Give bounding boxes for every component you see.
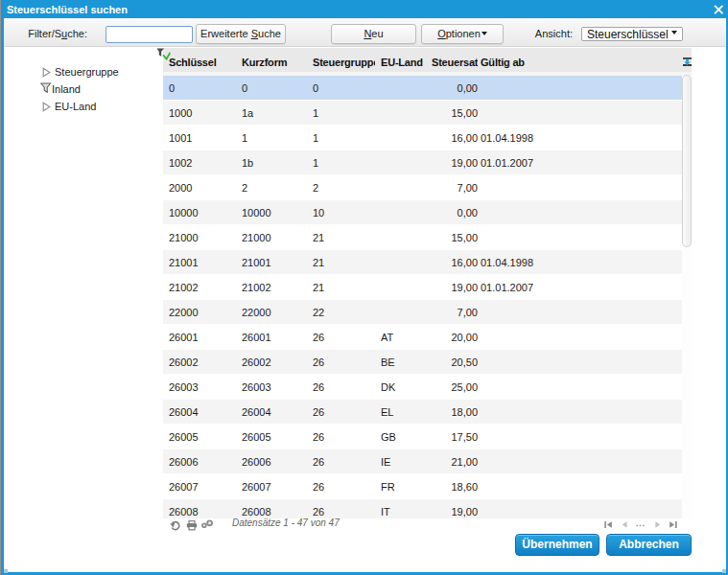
table-cell: 21000: [242, 225, 307, 249]
table-cell: 15,00: [427, 101, 478, 125]
table-cell: 21002: [242, 275, 307, 299]
table-row[interactable]: 2000227,00: [163, 175, 682, 199]
table-cell: [481, 499, 682, 518]
table-cell: 01.01.2007: [481, 150, 682, 174]
options-button[interactable]: Optionen: [421, 24, 504, 44]
table-row[interactable]: 260072600726FR18,60: [163, 474, 682, 498]
table-cell: 0,00: [427, 76, 478, 100]
table-cell: 1b: [242, 150, 307, 174]
table-row[interactable]: 0000,00: [163, 76, 682, 100]
table-cell: DK: [381, 375, 427, 399]
table-cell: 2: [242, 175, 307, 199]
table-row[interactable]: 260062600626IE21,00: [163, 449, 682, 473]
new-button[interactable]: Neu: [331, 24, 416, 44]
table-cell: 26: [313, 350, 375, 374]
table-cell: 7,00: [427, 300, 478, 324]
table-header: SchlüsselKurzformSteuergruppeEU-LandSteu…: [163, 48, 692, 72]
table-cell: 19,00: [427, 275, 478, 299]
column-config-icon[interactable]: [683, 58, 692, 66]
table-cell: 7,00: [427, 175, 478, 199]
cancel-button[interactable]: Abbrechen: [606, 534, 692, 556]
chevron-right-icon[interactable]: [42, 102, 51, 114]
table-cell: 21: [313, 250, 375, 274]
table-cell: [381, 101, 427, 125]
resize-grip-right[interactable]: [722, 569, 726, 573]
table-cell: 26: [313, 375, 375, 399]
print-icon[interactable]: [186, 520, 198, 531]
tree-item-inland[interactable]: Inland: [4, 81, 163, 99]
tree-item-steuergruppe[interactable]: Steuergruppe: [4, 64, 163, 81]
view-select-value: Steuerschlüssel: [587, 28, 669, 41]
chevron-right-icon[interactable]: [42, 67, 51, 80]
vertical-scrollbar[interactable]: [682, 76, 692, 518]
table-cell: [481, 400, 682, 424]
table-cell: 26004: [169, 400, 236, 424]
apply-button[interactable]: Übernehmen: [515, 534, 599, 556]
titlebar[interactable]: Steuerschlüssel suchen: [1, 0, 728, 18]
table-row[interactable]: 260052600526GB17,50: [163, 425, 682, 448]
table-row[interactable]: 260032600326DK25,00: [163, 375, 682, 399]
pagination-last-icon[interactable]: [669, 521, 677, 528]
table-cell: [481, 474, 682, 498]
options-caret-icon: [481, 32, 487, 35]
table-cell: 20,00: [427, 325, 478, 349]
table-cell: AT: [381, 325, 427, 349]
pagination-first-icon[interactable]: [604, 521, 612, 528]
table-cell: 17,50: [427, 425, 478, 448]
resize-grip-left[interactable]: [4, 569, 8, 573]
table-row[interactable]: 260082600826IT19,00: [163, 499, 682, 518]
table-cell: 26005: [242, 425, 307, 448]
table-cell: 22000: [242, 300, 307, 324]
table-cell: 26002: [242, 350, 307, 374]
close-icon[interactable]: [712, 3, 725, 16]
table-cell: 26: [313, 474, 375, 498]
table-cell: 21000: [169, 225, 236, 249]
table-row[interactable]: 10011116,0001.04.1998: [163, 126, 682, 150]
tree-panel: Steuergruppe Inland EU-Land: [4, 48, 163, 518]
tree-item-eu-land[interactable]: EU-Land: [4, 99, 163, 116]
pagination-next-icon[interactable]: [655, 521, 661, 528]
results-table: SchlüsselKurzformSteuergruppeEU-LandSteu…: [163, 48, 695, 537]
table-cell: 26001: [169, 325, 236, 349]
table-row[interactable]: 2200022000227,00: [163, 300, 682, 324]
table-cell: 26003: [169, 375, 236, 399]
table-cell: 26006: [242, 449, 307, 473]
table-row[interactable]: 21000210002115,00: [163, 225, 682, 249]
table-cell: 26007: [242, 474, 307, 498]
records-count-text: Datensätze 1 - 47 von 47: [232, 518, 340, 528]
view-select[interactable]: Steuerschlüssel: [581, 27, 683, 41]
table-row[interactable]: 260012600126AT20,00: [163, 325, 682, 349]
scrollbar-thumb[interactable]: [682, 75, 692, 247]
table-row[interactable]: 21001210012116,0001.04.1998: [163, 250, 682, 274]
advanced-search-button[interactable]: Erweiterte Suche: [196, 24, 286, 44]
filter-active-icon[interactable]: [152, 48, 171, 65]
table-row[interactable]: 260022600226BE20,50: [163, 350, 682, 374]
table-row[interactable]: 21002210022119,0001.01.2007: [163, 275, 682, 299]
table-cell: 21001: [242, 250, 307, 274]
table-cell: [481, 101, 682, 125]
table-cell: [381, 126, 427, 150]
refresh-icon[interactable]: [170, 520, 181, 532]
table-cell: 26: [313, 325, 375, 349]
filter-icon: [40, 82, 52, 96]
filter-search-input[interactable]: [106, 26, 193, 43]
table-cell: 22000: [169, 300, 236, 324]
table-cell: [381, 250, 427, 274]
table-cell: 26: [313, 499, 375, 518]
gears-icon[interactable]: [201, 519, 215, 531]
table-row[interactable]: 10001a115,00: [163, 101, 682, 125]
table-cell: 0: [313, 76, 375, 100]
table-cell: [381, 300, 427, 324]
table-cell: 18,00: [427, 400, 478, 424]
pagination-prev-icon[interactable]: [622, 521, 627, 528]
table-row[interactable]: 260042600426EL18,00: [163, 400, 682, 424]
table-row[interactable]: 1000010000100,00: [163, 200, 682, 224]
table-cell: EL: [381, 400, 427, 424]
dialog-title: Steuerschlüssel suchen: [7, 4, 128, 15]
table-cell: 26002: [169, 350, 236, 374]
table-row[interactable]: 10021b119,0001.01.2007: [163, 150, 682, 174]
table-cell: [481, 425, 682, 448]
table-cell: 19,00: [427, 499, 478, 518]
table-cell: BE: [381, 350, 427, 374]
filter-search-label: Filter/Suche:: [4, 28, 87, 39]
